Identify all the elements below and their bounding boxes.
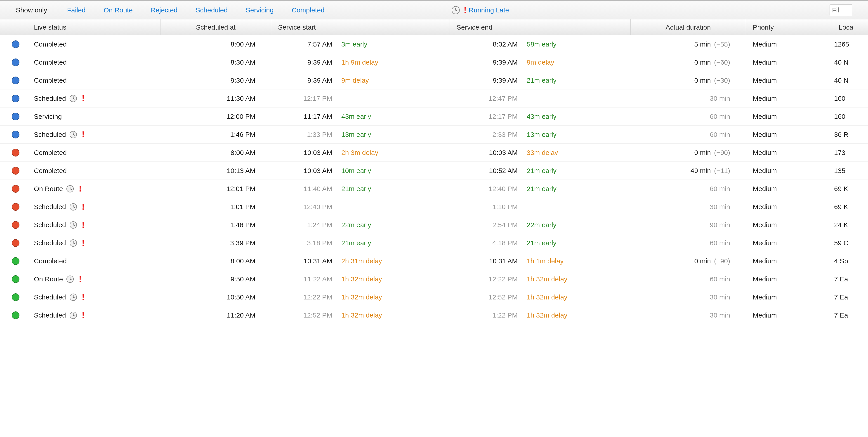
service-start-delta: 2h 31m delay — [341, 257, 382, 265]
service-start-cell: 11:22 AM1h 32m delay — [271, 275, 450, 283]
alert-icon: ! — [82, 220, 85, 230]
duration-diff: (−55) — [712, 40, 730, 48]
location-cell: 40 N — [832, 59, 868, 66]
priority-cell: Medium — [746, 221, 832, 229]
priority-cell: Medium — [746, 203, 832, 211]
table-row[interactable]: Scheduled!1:46 PM1:24 PM22m early2:54 PM… — [0, 216, 868, 234]
service-end-delta: 1h 32m delay — [527, 275, 567, 283]
filter-running-late[interactable]: ! Running Late — [451, 5, 509, 15]
header-priority[interactable]: Priority — [746, 20, 832, 35]
scheduled-at-cell: 9:50 AM — [160, 275, 271, 283]
service-end-cell: 12:52 PM1h 32m delay — [450, 293, 631, 301]
location-cell: 7 Ea — [832, 311, 868, 319]
service-start-time: 9:39 AM — [276, 76, 339, 84]
table-row[interactable]: Scheduled!11:30 AM12:17 PM12:47 PM30 min… — [0, 90, 868, 107]
actual-duration-cell: 90 min — [631, 221, 746, 229]
status-dot — [12, 293, 20, 301]
table-row[interactable]: Scheduled!1:01 PM12:40 PM1:10 PM30 minMe… — [0, 198, 868, 216]
location-cell: 160 — [832, 113, 868, 121]
location-cell: 69 K — [832, 203, 868, 211]
scheduled-at-cell: 8:00 AM — [160, 257, 271, 265]
filter-on-route[interactable]: On Route — [103, 6, 132, 14]
status-dot — [12, 311, 20, 319]
table-row[interactable]: On Route!12:01 PM11:40 AM21m early12:40 … — [0, 180, 868, 198]
service-end-time: 1:10 PM — [461, 203, 524, 211]
actual-duration-cell: 60 min — [631, 131, 746, 138]
header-scheduled-at[interactable]: Scheduled at — [160, 20, 271, 35]
header-live-status[interactable]: Live status — [27, 20, 160, 35]
header-actual-duration[interactable]: Actual duration — [631, 20, 746, 35]
live-status-text: Completed — [34, 257, 67, 265]
actual-duration-cell: 0 min (−30) — [631, 76, 746, 84]
live-status-text: Completed — [34, 40, 67, 48]
table-row[interactable]: Scheduled!10:50 AM12:22 PM1h 32m delay12… — [0, 288, 868, 306]
table-row[interactable]: Scheduled!1:46 PM1:33 PM13m early2:33 PM… — [0, 126, 868, 144]
service-start-time: 12:52 PM — [276, 311, 339, 319]
filter-search-box[interactable] — [830, 4, 852, 16]
scheduled-at-cell: 11:30 AM — [160, 95, 271, 102]
status-dot-cell — [0, 59, 27, 66]
priority-cell: Medium — [746, 76, 832, 84]
filter-servicing[interactable]: Servicing — [246, 6, 274, 14]
live-status-text: Scheduled — [34, 221, 66, 229]
clock-icon — [451, 6, 460, 15]
priority-cell: Medium — [746, 293, 832, 301]
scheduled-at-cell: 8:00 AM — [160, 40, 271, 48]
table-row[interactable]: Completed8:00 AM7:57 AM3m early8:02 AM58… — [0, 35, 868, 53]
status-dot-cell — [0, 113, 27, 121]
service-start-delta: 21m early — [341, 185, 371, 193]
status-dot — [12, 113, 20, 121]
table-row[interactable]: Completed10:13 AM10:03 AM10m early10:52 … — [0, 162, 868, 180]
duration-value: 0 min — [694, 149, 711, 156]
alert-icon: ! — [82, 94, 85, 103]
table-row[interactable]: On Route!9:50 AM11:22 AM1h 32m delay12:2… — [0, 270, 868, 288]
location-cell: 36 R — [832, 131, 868, 138]
filter-scheduled[interactable]: Scheduled — [195, 6, 228, 14]
table-row[interactable]: Scheduled!11:20 AM12:52 PM1h 32m delay1:… — [0, 306, 868, 324]
service-start-delta: 13m early — [341, 131, 371, 138]
filter-running-late-label: Running Late — [469, 6, 509, 14]
table-row[interactable]: Completed8:00 AM10:31 AM2h 31m delay10:3… — [0, 252, 868, 270]
status-dot-cell — [0, 257, 27, 265]
priority-cell: Medium — [746, 185, 832, 193]
filter-failed[interactable]: Failed — [67, 6, 86, 14]
service-end-time: 12:17 PM — [461, 113, 524, 121]
service-end-delta: 43m early — [527, 113, 557, 121]
table-row[interactable]: Completed8:00 AM10:03 AM2h 3m delay10:03… — [0, 144, 868, 162]
alert-icon: ! — [79, 274, 81, 284]
service-start-delta: 2h 3m delay — [341, 149, 378, 157]
header-service-start[interactable]: Service start — [271, 20, 450, 35]
service-start-delta: 43m early — [341, 113, 371, 121]
priority-cell: Medium — [746, 113, 832, 121]
service-end-cell: 4:18 PM21m early — [450, 239, 631, 247]
scheduled-at-cell: 1:46 PM — [160, 131, 271, 138]
table-row[interactable]: Servicing12:00 PM11:17 AM43m early12:17 … — [0, 107, 868, 126]
scheduled-at-cell: 11:20 AM — [160, 311, 271, 319]
table-row[interactable]: Scheduled!3:39 PM3:18 PM21m early4:18 PM… — [0, 234, 868, 252]
location-cell: 160 — [832, 95, 868, 102]
service-end-delta: 13m early — [527, 131, 557, 138]
header-service-end[interactable]: Service end — [450, 20, 631, 35]
status-dot-cell — [0, 239, 27, 247]
header-status-indicator[interactable] — [0, 20, 27, 35]
header-location[interactable]: Loca — [832, 20, 868, 35]
status-dot — [12, 40, 20, 48]
status-dot-cell — [0, 185, 27, 193]
location-cell: 59 C — [832, 239, 868, 247]
filter-rejected[interactable]: Rejected — [151, 6, 178, 14]
filter-toolbar: Show only: Failed On Route Rejected Sche… — [0, 1, 868, 20]
status-dot-cell — [0, 311, 27, 319]
actual-duration-cell: 30 min — [631, 293, 746, 301]
priority-cell: Medium — [746, 95, 832, 102]
status-dot — [12, 131, 20, 138]
service-start-time: 11:22 AM — [276, 275, 339, 283]
table-row[interactable]: Completed9:30 AM9:39 AM9m delay9:39 AM21… — [0, 71, 868, 90]
filter-search-input[interactable] — [830, 4, 852, 16]
filter-completed[interactable]: Completed — [291, 6, 324, 14]
alert-icon: ! — [82, 202, 85, 212]
priority-cell: Medium — [746, 59, 832, 66]
service-start-delta: 3m early — [341, 40, 367, 48]
duration-value: 0 min — [694, 59, 711, 66]
table-row[interactable]: Completed8:30 AM9:39 AM1h 9m delay9:39 A… — [0, 53, 868, 71]
service-end-cell: 9:39 AM21m early — [450, 76, 631, 84]
